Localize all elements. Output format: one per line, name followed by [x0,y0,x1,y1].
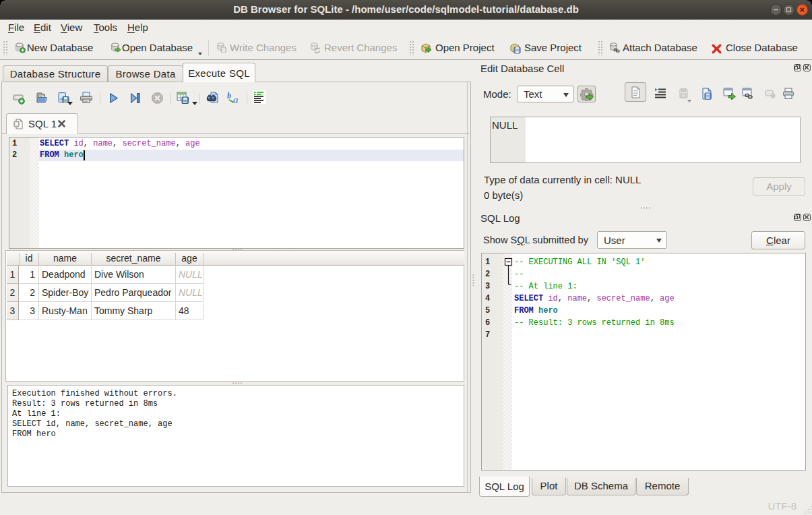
svg-text:b: b [227,92,231,100]
